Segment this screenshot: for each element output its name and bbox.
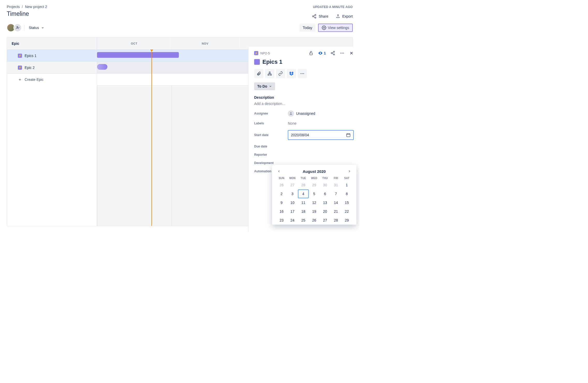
calendar-icon[interactable] — [346, 133, 351, 137]
view-settings-label: View settings — [328, 26, 349, 30]
svg-point-16 — [300, 73, 301, 74]
epic-row[interactable]: ⚡ Epic 2 — [7, 62, 97, 74]
calendar-day[interactable]: 5 — [309, 189, 320, 198]
breadcrumb-project[interactable]: New project 2 — [25, 5, 47, 9]
calendar-day[interactable]: 27 — [287, 181, 298, 189]
reporter-label: Reporter — [254, 153, 288, 157]
start-date-field[interactable] — [288, 130, 354, 140]
month-nov: NOV — [172, 37, 239, 49]
dropbox-button[interactable] — [287, 69, 296, 78]
calendar-day[interactable]: 11 — [298, 198, 309, 207]
gear-icon — [322, 25, 326, 30]
status-select[interactable]: To Do — [254, 82, 275, 90]
calendar-day[interactable]: 21 — [330, 207, 341, 216]
link-button[interactable] — [276, 69, 285, 78]
calendar-day[interactable]: 22 — [341, 207, 352, 216]
page-title: Timeline — [7, 10, 353, 17]
svg-rect-20 — [347, 134, 350, 137]
calendar-day[interactable]: 15 — [341, 198, 352, 207]
attach-button[interactable] — [254, 69, 263, 78]
calendar-day[interactable]: 24 — [287, 216, 298, 225]
close-panel-button[interactable] — [349, 51, 354, 55]
today-marker — [151, 50, 152, 226]
calendar-day[interactable]: 9 — [276, 198, 287, 207]
calendar-day[interactable]: 18 — [298, 207, 309, 216]
breadcrumb-separator: / — [22, 5, 23, 9]
calendar-day[interactable]: 16 — [276, 207, 287, 216]
calendar-day[interactable]: 8 — [341, 189, 352, 198]
epic-color-swatch[interactable] — [254, 59, 260, 65]
svg-point-1 — [312, 16, 314, 17]
epic-icon: ⚡ — [18, 66, 22, 70]
add-people-button[interactable] — [13, 24, 22, 32]
svg-point-6 — [320, 53, 321, 54]
description-field[interactable]: Add a description... — [254, 102, 354, 106]
status-filter[interactable]: Status — [29, 26, 44, 30]
add-child-button[interactable] — [265, 69, 274, 78]
svg-point-4 — [324, 27, 325, 29]
calendar-day[interactable]: 31 — [330, 181, 341, 189]
start-date-label: Start date — [254, 133, 288, 137]
export-label: Export — [342, 14, 353, 18]
calendar-day[interactable]: 29 — [341, 216, 352, 225]
share-button[interactable]: Share — [312, 14, 328, 19]
calendar-dow: SUNMONTUEWEDTHUFRISAT — [276, 177, 352, 180]
calendar-day[interactable]: 25 — [298, 216, 309, 225]
calendar-day[interactable]: 23 — [276, 216, 287, 225]
watch-button[interactable]: 1 — [318, 51, 326, 55]
view-settings-button[interactable]: View settings — [318, 24, 353, 32]
calendar-day[interactable]: 28 — [330, 216, 341, 225]
calendar-day[interactable]: 20 — [320, 207, 330, 216]
calendar-day[interactable]: 12 — [309, 198, 320, 207]
epic-bar[interactable] — [97, 52, 179, 58]
today-button[interactable]: Today — [299, 24, 315, 32]
calendar-day[interactable]: 28 — [298, 181, 309, 189]
eye-icon — [318, 51, 323, 55]
calendar-day[interactable]: 26 — [309, 216, 320, 225]
calendar-day[interactable]: 27 — [320, 216, 330, 225]
issue-title[interactable]: Epics 1 — [262, 59, 282, 65]
calendar-day[interactable]: 17 — [287, 207, 298, 216]
chevron-right-icon — [348, 169, 351, 173]
calendar-day[interactable]: 29 — [309, 181, 320, 189]
issue-key[interactable]: ⚡ NP2-5 — [254, 51, 270, 55]
calendar-day[interactable]: 14 — [330, 198, 341, 207]
calendar-day[interactable]: 7 — [330, 189, 341, 198]
calendar-day[interactable]: 10 — [287, 198, 298, 207]
calendar-day[interactable]: 2 — [276, 189, 287, 198]
labels-field[interactable]: None — [288, 121, 354, 125]
start-date-input[interactable] — [291, 133, 346, 137]
prev-month-button[interactable] — [276, 168, 282, 174]
calendar-day[interactable]: 4 — [298, 189, 309, 198]
assignee-field[interactable]: Unassigned — [288, 110, 354, 117]
more-icon — [340, 51, 344, 55]
svg-point-17 — [302, 73, 303, 74]
next-month-button[interactable] — [347, 168, 352, 174]
more-actions-button[interactable] — [340, 51, 344, 55]
calendar-day[interactable]: 1 — [341, 181, 352, 189]
svg-point-0 — [315, 15, 316, 16]
epic-row[interactable]: ⚡ Epics 1 — [7, 50, 97, 62]
month-oct: OCT — [97, 37, 172, 49]
calendar-day[interactable]: 13 — [320, 198, 330, 207]
watch-count: 1 — [324, 51, 326, 55]
calendar-day[interactable]: 6 — [320, 189, 330, 198]
epic-icon: ⚡ — [18, 54, 22, 58]
epic-name: Epics 1 — [25, 54, 36, 58]
date-picker: August 2020 SUNMONTUEWEDTHUFRISAT 262728… — [272, 165, 356, 225]
breadcrumb: Projects / New project 2 — [7, 5, 353, 9]
share-issue-button[interactable] — [330, 51, 335, 55]
assignee-label: Assignee — [254, 112, 288, 115]
lock-button[interactable] — [309, 51, 313, 55]
calendar-day[interactable]: 19 — [309, 207, 320, 216]
calendar-day[interactable]: 3 — [287, 189, 298, 198]
breadcrumb-projects[interactable]: Projects — [7, 5, 20, 9]
epic-bar[interactable] — [97, 64, 107, 70]
create-epic-button[interactable]: ＋ Create Epic — [7, 74, 97, 86]
epic-icon: ⚡ — [254, 51, 258, 55]
share-label: Share — [319, 14, 328, 18]
export-button[interactable]: Export — [336, 14, 353, 19]
more-apps-button[interactable] — [298, 69, 307, 78]
calendar-day[interactable]: 26 — [276, 181, 287, 189]
calendar-day[interactable]: 30 — [320, 181, 330, 189]
